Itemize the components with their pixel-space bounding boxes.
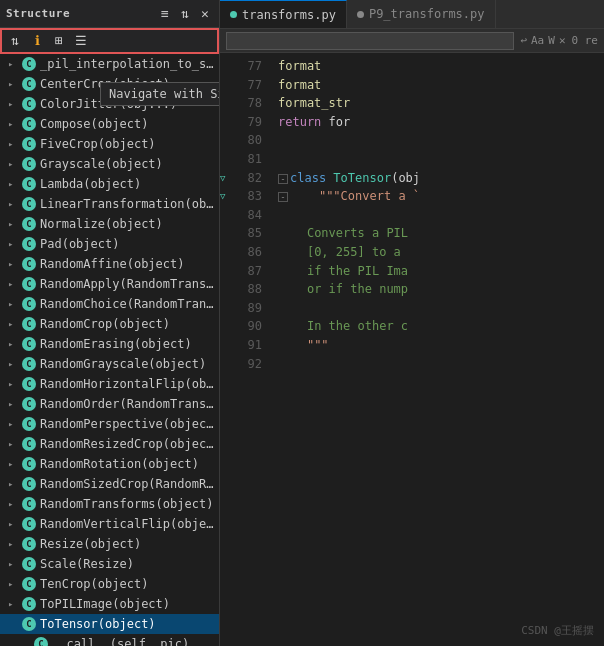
tree-item[interactable]: ▸CRandomResizedCrop(object) (0, 434, 219, 454)
tree-item[interactable]: ▸CResize(object) (0, 534, 219, 554)
tree-item-label: __call__(self, pic) (52, 637, 189, 646)
tree-item-label: _pil_interpolation_to_str (40, 57, 215, 71)
line-numbers: 7777787980818283848586878889909192 (234, 53, 270, 646)
editor-toolbar: ↩ Aa W ✕ 0 re (220, 29, 604, 53)
gutter-symbol (220, 131, 234, 150)
code-content[interactable]: formatformatformat_strreturn for-class T… (270, 53, 604, 646)
tree-item[interactable]: ▸C_pil_interpolation_to_str (0, 54, 219, 74)
tree-item-label: RandomCrop(object) (40, 317, 170, 331)
tree-item[interactable]: ▸CFiveCrop(object) (0, 134, 219, 154)
class-icon: C (22, 557, 36, 571)
tree-item[interactable]: ▸CCenterCrop(object) (0, 74, 219, 94)
class-icon: C (22, 397, 36, 411)
class-icon: C (22, 117, 36, 131)
info-toolbar-icon[interactable]: ℹ (28, 32, 46, 50)
regex-icon[interactable]: ↩ (520, 34, 527, 47)
tree-item-label: RandomPerspective(object) (40, 417, 215, 431)
class-icon: C (22, 497, 36, 511)
code-line (278, 206, 596, 225)
gutter-icons: ▽▽ (220, 53, 234, 646)
tree-item[interactable]: C__call__(self, pic) (0, 634, 219, 646)
collapse-all-icon[interactable]: ≡ (157, 6, 173, 22)
code-line: format_str (278, 94, 596, 113)
sort-header-icon[interactable]: ⇅ (177, 6, 193, 22)
tree-item[interactable]: ▸CRandomGrayscale(object) (0, 354, 219, 374)
tree-item[interactable]: ▸CTenCrop(object) (0, 574, 219, 594)
expand-arrow-icon: ▸ (8, 579, 20, 589)
gutter-symbol: ▽ (220, 169, 234, 188)
tab-label: P9_transforms.py (369, 7, 485, 21)
editor-tab[interactable]: P9_transforms.py (347, 0, 496, 28)
expand-arrow-icon: ▸ (8, 319, 20, 329)
tree-item-label: RandomTransforms(object) (40, 497, 213, 511)
tree-item[interactable]: ▸CColorJitter(obj...) (0, 94, 219, 114)
expand-arrow-icon: ▸ (8, 419, 20, 429)
class-icon: C (22, 77, 36, 91)
tree-item[interactable]: ▸CScale(Resize) (0, 554, 219, 574)
expand-toolbar-icon[interactable]: ⊞ (50, 32, 68, 50)
structure-tree: ▸C_pil_interpolation_to_str▸CCenterCrop(… (0, 54, 219, 646)
tree-item[interactable]: ▸CCompose(object) (0, 114, 219, 134)
expand-arrow-icon: ▸ (8, 239, 20, 249)
word-icon[interactable]: W (548, 34, 555, 47)
tree-item[interactable]: ▸CRandomVerticalFlip(object) (0, 514, 219, 534)
tree-item[interactable]: ▸CRandomErasing(object) (0, 334, 219, 354)
tree-item[interactable]: ▸CRandomPerspective(object) (0, 414, 219, 434)
search-input[interactable] (233, 35, 507, 47)
line-number: 85 (234, 224, 262, 243)
tree-item[interactable]: ▸CRandomApply(RandomTransfo... (0, 274, 219, 294)
class-icon: C (22, 597, 36, 611)
tree-item-label: TenCrop(object) (40, 577, 148, 591)
tree-item[interactable]: ▸CRandomChoice(RandomTransfo... (0, 294, 219, 314)
tree-item[interactable]: ▸CRandomHorizontalFlip(object) (0, 374, 219, 394)
tree-item[interactable]: ▸CGrayscale(object) (0, 154, 219, 174)
tree-item-label: Normalize(object) (40, 217, 163, 231)
gutter-symbol (220, 280, 234, 299)
tree-item[interactable]: ▸CRandomRotation(object) (0, 454, 219, 474)
tree-item-label: CenterCrop(object) (40, 77, 170, 91)
search-box[interactable] (226, 32, 514, 50)
gutter-symbol (220, 317, 234, 336)
tree-item[interactable]: ▸CRandomAffine(object) (0, 254, 219, 274)
expand-arrow-icon: ▸ (8, 399, 20, 409)
tree-item[interactable]: ▸CLinearTransformation(object) (0, 194, 219, 214)
class-icon: C (22, 317, 36, 331)
tab-dot-icon (357, 11, 364, 18)
editor-tabs: transforms.pyP9_transforms.py (220, 0, 604, 29)
expand-arrow-icon: ▸ (8, 279, 20, 289)
gutter-symbol (220, 94, 234, 113)
sidebar-toolbar: ⇅ ℹ ⊞ ☰ (0, 28, 219, 54)
tree-item[interactable]: ▸CRandomTransforms(object) (0, 494, 219, 514)
close-search-icon[interactable]: ✕ (559, 34, 566, 47)
gutter-symbol (220, 113, 234, 132)
tree-item-label: RandomSizedCrop(RandomResi... (40, 477, 215, 491)
gutter-symbol (220, 262, 234, 281)
tree-item[interactable]: ▸CRandomCrop(object) (0, 314, 219, 334)
tree-item[interactable]: ▸CRandomOrder(RandomTransfo... (0, 394, 219, 414)
tree-item[interactable]: ▸CRandomSizedCrop(RandomResi... (0, 474, 219, 494)
tree-item[interactable]: ▸CPad(object) (0, 234, 219, 254)
tree-item-label: RandomGrayscale(object) (40, 357, 206, 371)
tree-item[interactable]: ▸CLambda(object) (0, 174, 219, 194)
tree-item[interactable]: ▸CNormalize(object) (0, 214, 219, 234)
code-line: """ (278, 336, 596, 355)
line-number: 78 (234, 94, 262, 113)
sort-toolbar-icon[interactable]: ⇅ (6, 32, 24, 50)
tree-item-label: RandomOrder(RandomTransfo... (40, 397, 215, 411)
pin-toolbar-icon[interactable]: ☰ (72, 32, 90, 50)
case-icon[interactable]: Aa (531, 34, 544, 47)
expand-arrow-icon: ▸ (8, 379, 20, 389)
close-sidebar-icon[interactable]: ✕ (197, 6, 213, 22)
expand-arrow-icon: ▸ (8, 99, 20, 109)
tree-item[interactable]: CToTensor(object) (0, 614, 219, 634)
expand-arrow-icon: ▸ (8, 159, 20, 169)
line-number: 89 (234, 299, 262, 318)
tree-item[interactable]: ▸CToPILImage(object) (0, 594, 219, 614)
editor-tab[interactable]: transforms.py (220, 0, 347, 28)
line-number: 91 (234, 336, 262, 355)
tree-item-label: Compose(object) (40, 117, 148, 131)
gutter-symbol (220, 299, 234, 318)
line-number: 81 (234, 150, 262, 169)
class-icon: C (22, 297, 36, 311)
editor-area: transforms.pyP9_transforms.py ↩ Aa W ✕ 0… (220, 0, 604, 646)
